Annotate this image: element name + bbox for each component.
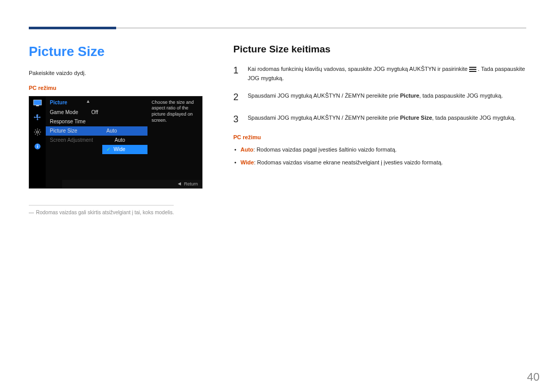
move-icon <box>33 114 42 121</box>
osd-option-auto: Auto <box>102 126 147 136</box>
osd-footer: ◀ Return <box>62 180 202 188</box>
osd-row-label: Game Mode <box>50 109 78 115</box>
step-number: 3 <box>233 112 240 127</box>
osd-option-auto-item: Auto <box>102 136 147 145</box>
osd-options-column: Auto Auto ✓ Wide <box>102 97 147 188</box>
pc-mode-label-left: PC režimu <box>29 85 219 91</box>
bullet-text: : Rodomas vaizdas pagal įvesties šaltini… <box>253 146 397 153</box>
step-text-part: , tada paspauskite JOG mygtuką. <box>432 115 516 121</box>
osd-section-title: Picture <box>46 98 102 108</box>
osd-option-wide-item: ✓ Wide <box>102 145 147 154</box>
svg-text:i: i <box>37 144 38 148</box>
osd-sidebar: i <box>29 97 46 188</box>
osd-row-screen-adjustment: Screen Adjustment <box>46 136 102 145</box>
osd-row-picture-size: Picture Size <box>46 126 102 136</box>
osd-option-label: Auto <box>106 128 117 134</box>
osd-description: Choose the size and aspect ratio of the … <box>147 97 202 188</box>
page-number: 40 <box>527 370 540 384</box>
header-rule <box>29 28 526 28</box>
bullet-text: : Rodomas vaizdas visame ekrane neatsižv… <box>254 159 442 165</box>
step-text-part: Spausdami JOG mygtuką AUKŠTYN / ŽEMYN pe… <box>248 92 400 99</box>
osd-row-label: Response Time <box>50 119 85 124</box>
osd-menu-column: Picture Game Mode Off Response Time Pict… <box>46 97 102 188</box>
footnote: ―Rodomas vaizdas gali skirtis atsižvelgi… <box>29 205 174 215</box>
osd-screenshot: i ▲ Picture Game Mode Off Response Time <box>29 96 202 189</box>
osd-row-game-mode: Game Mode Off <box>46 108 102 117</box>
step-number: 1 <box>233 63 240 83</box>
left-triangle-icon: ◀ <box>178 181 181 186</box>
step-text: Spausdami JOG mygtuką AUKŠTYN / ŽEMYN pe… <box>248 112 526 127</box>
section-title-right: Picture Size keitimas <box>233 44 526 55</box>
monitor-icon <box>33 100 42 107</box>
step-number: 2 <box>233 90 240 105</box>
step-3: 3 Spausdami JOG mygtuką AUKŠTYN / ŽEMYN … <box>233 112 526 127</box>
osd-return-label: Return <box>184 181 198 186</box>
step-text: Spausdami JOG mygtuką AUKŠTYN / ŽEMYN pe… <box>248 90 526 105</box>
svg-rect-0 <box>33 100 41 105</box>
step-highlight: Picture Size <box>400 115 432 121</box>
check-icon: ✓ <box>106 146 110 152</box>
option-list: Auto: Rodomas vaizdas pagal įvesties šal… <box>233 145 526 167</box>
gear-icon <box>33 128 42 136</box>
up-arrow-icon: ▲ <box>86 99 90 104</box>
list-item: Auto: Rodomas vaizdas pagal įvesties šal… <box>233 145 526 155</box>
intro-text: Pakeiskite vaizdo dydį. <box>29 69 219 78</box>
list-item: Wide: Rodomas vaizdas visame ekrane neat… <box>233 158 526 167</box>
footnote-text: Rodomas vaizdas gali skirtis atsižvelgia… <box>36 210 174 215</box>
step-2: 2 Spausdami JOG mygtuką AUKŠTYN / ŽEMYN … <box>233 90 526 105</box>
info-icon: i <box>33 143 42 150</box>
step-text-part: Kai rodomas funkcinių klavišų vadovas, s… <box>248 66 469 72</box>
osd-row-value: Off <box>91 109 98 115</box>
svg-rect-1 <box>36 105 39 106</box>
section-title-left: Picture Size <box>29 44 219 60</box>
osd-row-label: Screen Adjustment <box>50 137 93 143</box>
step-highlight: Picture <box>400 92 419 99</box>
osd-row-label: Picture Size <box>50 128 77 134</box>
osd-row-response-time: Response Time <box>46 117 102 126</box>
step-text: Kai rodomas funkcinių klavišų vadovas, s… <box>248 63 526 83</box>
step-text-part: , tada paspauskite JOG mygtuką. <box>419 92 503 99</box>
step-1: 1 Kai rodomas funkcinių klavišų vadovas,… <box>233 63 526 83</box>
header-accent <box>29 27 116 29</box>
osd-option-label: Wide <box>114 146 125 152</box>
bullet-highlight: Wide <box>240 159 254 165</box>
osd-option-label: Auto <box>115 137 125 143</box>
pc-mode-label-right: PC režimu <box>233 134 526 140</box>
menu-icon <box>469 67 476 72</box>
step-text-part: Spausdami JOG mygtuką AUKŠTYN / ŽEMYN pe… <box>248 115 400 121</box>
svg-point-2 <box>36 131 39 133</box>
bullet-highlight: Auto <box>240 146 253 153</box>
